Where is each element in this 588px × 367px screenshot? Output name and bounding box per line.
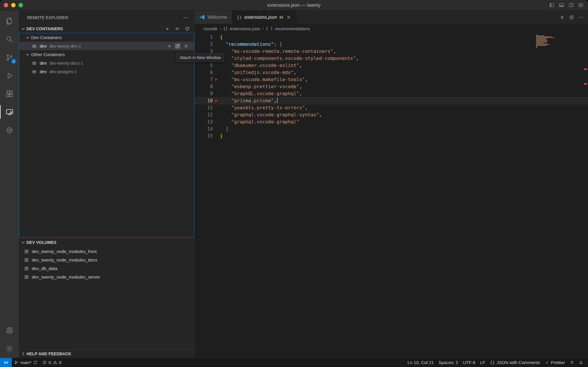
breadcrumb-item[interactable]: .vscode [202, 26, 218, 31]
group-label: Dev Containers [31, 35, 61, 40]
red-arrow-marker-icon [213, 97, 220, 104]
encoding-button[interactable]: UTF-8 [460, 360, 478, 365]
code-line[interactable]: 7 "ms-vscode.makefile-tools", [195, 76, 588, 83]
account-icon[interactable] [0, 321, 19, 339]
source-control-icon[interactable]: 1 [0, 48, 19, 66]
code-line[interactable]: 14 ] [195, 125, 588, 133]
attach-new-window-icon[interactable] [174, 43, 181, 49]
gutter-space [213, 41, 220, 48]
more-actions-icon[interactable] [183, 15, 188, 20]
code-line[interactable]: 10 "prisma.prisma", [195, 97, 588, 104]
error-count: 0 [49, 360, 51, 365]
close-window-button[interactable] [4, 3, 8, 7]
settings-gear-icon[interactable] [0, 339, 19, 358]
breadcrumb: .vscode›{}extensions.json›[ ]recommendat… [195, 24, 588, 33]
indentation-button[interactable]: Spaces: 2 [436, 360, 461, 365]
container-row[interactable]: devdev-twenty-docs-1 [19, 59, 194, 67]
sync-icon [33, 360, 38, 365]
line-number: 6 [195, 69, 213, 76]
volume-row[interactable]: dev_db_data [19, 264, 194, 273]
open-changes-icon[interactable] [560, 15, 564, 20]
close-tab-icon[interactable] [286, 14, 292, 20]
volume-row[interactable]: dev_twenty_node_modules_server [19, 273, 194, 281]
gutter-space [213, 34, 220, 41]
toggle-panel-icon[interactable] [559, 3, 564, 8]
volume-name: dev_twenty_node_modules_server [32, 274, 100, 279]
code-line[interactable]: 3 "ms-vscode-remote.remote-containers", [195, 48, 588, 55]
ports-button[interactable] [567, 360, 577, 365]
workbench: 1 REMOTE EXPLORER DEV CONTAINERS [0, 11, 588, 358]
run-debug-icon[interactable] [0, 66, 19, 85]
language-mode-button[interactable]: {} JSON with Comments [487, 360, 542, 365]
volume-row[interactable]: dev_twenty_node_modules_front [19, 247, 194, 256]
tab-extensions-json[interactable]: {}extensions.jsonM [232, 11, 297, 24]
volume-row[interactable]: dev_twenty_node_modules_docs [19, 256, 194, 264]
notifications-bell-button[interactable] [577, 360, 586, 365]
stop-container-icon[interactable] [183, 43, 189, 49]
search-icon[interactable] [0, 30, 19, 48]
tab-bar: Welcome{}extensions.jsonM [195, 11, 588, 24]
problems-button[interactable]: 0 0 [40, 358, 64, 367]
tab-label: extensions.json [244, 15, 277, 20]
chevron-down-icon [21, 26, 26, 31]
vscode-window: extensions.json — twenty 1 R [0, 0, 588, 367]
zoom-window-button[interactable] [19, 3, 23, 7]
tab-welcome[interactable]: Welcome [195, 11, 232, 24]
eol-button[interactable]: LF [478, 360, 488, 365]
sidebar-title: REMOTE EXPLORER [27, 15, 68, 20]
toggle-primary-sidebar-icon[interactable] [549, 3, 554, 8]
toggle-secondary-sidebar-icon[interactable] [569, 3, 574, 8]
code-line[interactable]: 8 "esbenp.prettier-vscode", [195, 83, 588, 90]
container-row[interactable]: devdev-postgres-1 [19, 67, 194, 76]
formatter-button[interactable]: Prettier [542, 360, 567, 365]
code-line[interactable]: 11 "yoavbls.pretty-ts-errors", [195, 104, 588, 111]
container-row[interactable]: devdev-twenty-dev-1 [19, 42, 194, 50]
code-line[interactable]: 2 "recommendations": [ [195, 41, 588, 48]
code-line[interactable]: 4 "styled-components.vscode-styled-compo… [195, 55, 588, 62]
refresh-icon[interactable] [184, 26, 190, 32]
plus-icon[interactable] [164, 26, 170, 32]
more-actions-icon[interactable] [579, 15, 583, 20]
code-line[interactable]: 5 "dbaeumer.vscode-eslint", [195, 62, 588, 69]
customize-layout-icon[interactable] [578, 3, 583, 8]
line-number: 8 [195, 83, 213, 90]
line-number: 13 [195, 118, 213, 125]
dev-volumes-section-header[interactable]: DEV VOLUMES [19, 238, 194, 247]
breadcrumb-item[interactable]: extensions.json [230, 26, 260, 31]
code-editor[interactable]: 1{2 "recommendations": [3 "ms-vscode-rem… [195, 33, 588, 358]
code-line[interactable]: 1{ [195, 34, 588, 41]
explorer-icon[interactable] [0, 12, 19, 30]
code-text: "graphql.vscode-graphql" [220, 118, 299, 125]
code-line[interactable]: 13 "graphql.vscode-graphql" [195, 118, 588, 125]
code-text: "graphql.vscode-graphql-syntax", [220, 111, 322, 118]
sidebar-remote-explorer: REMOTE EXPLORER DEV CONTAINERS Dev Conta… [19, 11, 194, 358]
volume-icon [24, 257, 29, 263]
remote-explorer-icon[interactable] [0, 103, 19, 121]
code-line[interactable]: 9 "GraphQL.vscode-graphql", [195, 90, 588, 97]
git-branch-button[interactable]: main* [12, 358, 40, 367]
minimize-window-button[interactable] [11, 3, 16, 7]
cursor-position-button[interactable]: Ln 10, Col 21 [405, 360, 436, 365]
volume-name: dev_twenty_node_modules_docs [32, 257, 97, 262]
plug-icon [570, 360, 574, 365]
remote-indicator-button[interactable]: >< [0, 358, 12, 367]
line-number: 2 [195, 41, 213, 48]
list-icon[interactable] [174, 26, 180, 32]
extensions-icon[interactable] [0, 85, 19, 103]
json-icon: {} [490, 360, 495, 365]
dev-containers-section-header[interactable]: DEV CONTAINERS [19, 25, 194, 33]
help-feedback-section-header[interactable]: HELP AND FEEDBACK [19, 349, 194, 358]
container-group-row[interactable]: Other Containers [19, 50, 194, 59]
code-text: "prisma.prisma", [220, 97, 278, 104]
code-line[interactable]: 6 "unifiedjs.vscode-mdx", [195, 69, 588, 76]
code-line[interactable]: 15} [195, 133, 588, 140]
dev-volumes-list: dev_twenty_node_modules_frontdev_twenty_… [19, 247, 194, 281]
breadcrumb-item[interactable]: recommendations [275, 26, 310, 31]
code-line[interactable]: 12 "graphql.vscode-graphql-syntax", [195, 111, 588, 118]
attach-current-window-icon[interactable] [166, 43, 172, 49]
chevron-down-icon [25, 35, 30, 40]
dev-containers-icon[interactable] [0, 121, 19, 139]
split-editor-icon[interactable] [569, 15, 574, 20]
container-group-row[interactable]: Dev Containers [19, 33, 194, 42]
code-text: } [220, 133, 223, 140]
